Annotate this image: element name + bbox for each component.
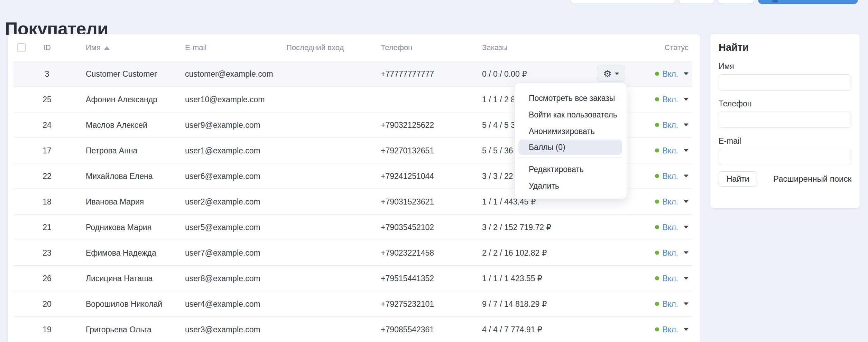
row-id: 25: [37, 95, 57, 104]
row-id: 18: [37, 197, 57, 206]
row-name: Родникова Мария: [86, 222, 151, 232]
status-toggle[interactable]: Вкл.: [655, 95, 689, 104]
table-row[interactable]: 19Григорьева Ольгаuser3@example.com+7908…: [13, 317, 692, 342]
status-dot-icon: [655, 97, 659, 102]
row-email: user5@example.com: [185, 222, 260, 232]
menu-item[interactable]: Удалить: [515, 178, 627, 194]
row-name: Customer Customer: [86, 69, 157, 78]
row-actions-menu: Посмотреть все заказыВойти как пользоват…: [514, 83, 627, 199]
row-phone: +77777777777: [381, 69, 434, 78]
menu-item[interactable]: Анонимизировать: [515, 123, 627, 140]
sort-asc-icon: [104, 46, 110, 50]
row-name: Ворошилов Николай: [86, 299, 162, 308]
row-name: Лисицина Наташа: [86, 274, 153, 283]
search-phone-label: Телефон: [719, 99, 851, 108]
status-label: Вкл.: [663, 299, 678, 308]
row-actions-button[interactable]: ⚙: [597, 66, 625, 82]
row-email: customer@example.com: [185, 69, 273, 78]
search-phone-input[interactable]: [719, 112, 851, 128]
status-label: Вкл.: [663, 325, 678, 334]
table-row[interactable]: 26Лисицина Наташаuser8@example.com+79515…: [13, 266, 692, 291]
row-email: user10@example.com: [185, 95, 265, 104]
chevron-down-icon: [684, 328, 689, 331]
status-label: Вкл.: [663, 95, 678, 104]
column-header-name[interactable]: Имя: [86, 43, 110, 52]
status-toggle[interactable]: Вкл.: [655, 171, 689, 181]
row-id: 21: [37, 222, 57, 232]
menu-item[interactable]: Редактировать: [515, 161, 627, 178]
row-phone: +79023221458: [381, 248, 434, 257]
status-label: Вкл.: [663, 171, 678, 181]
row-orders: 2 / 2 / 16 102.82 ₽: [482, 248, 547, 257]
row-phone: +79035452102: [381, 222, 434, 232]
column-header-status[interactable]: Статус: [664, 43, 689, 52]
status-dot-icon: [655, 276, 659, 281]
column-header-phone[interactable]: Телефон: [381, 43, 412, 52]
chevron-down-icon: [684, 277, 689, 280]
chevron-down-icon: [684, 200, 689, 203]
toolbar-search-input[interactable]: [571, 0, 675, 4]
select-all-checkbox[interactable]: [17, 43, 26, 52]
column-header-id[interactable]: ID: [37, 43, 57, 52]
toolbar-button-2[interactable]: [718, 0, 754, 4]
row-name: Афонин Александр: [86, 95, 157, 104]
table-header-row: ID Имя E-mail Последний вход Телефон Зак…: [13, 34, 692, 61]
table-row[interactable]: 23Ефимова Надеждаuser7@example.com+79023…: [13, 240, 692, 266]
toolbar-primary-button[interactable]: [758, 0, 858, 4]
status-dot-icon: [655, 123, 659, 127]
chevron-down-icon: [684, 175, 689, 178]
row-id: 23: [37, 248, 57, 257]
search-panel-title: Найти: [719, 41, 851, 53]
chevron-down-icon: [684, 149, 689, 152]
status-toggle[interactable]: Вкл.: [655, 120, 689, 130]
status-toggle[interactable]: Вкл.: [655, 248, 689, 257]
status-toggle[interactable]: Вкл.: [655, 299, 689, 308]
row-orders: 4 / 4 / 7 774.91 ₽: [482, 325, 542, 334]
chevron-down-icon: [684, 303, 689, 305]
status-label: Вкл.: [663, 146, 678, 155]
menu-item[interactable]: Войти как пользователь: [515, 106, 627, 123]
search-submit-button[interactable]: Найти: [719, 171, 757, 187]
search-name-input[interactable]: [719, 74, 851, 91]
chevron-down-icon: [684, 251, 689, 254]
row-name: Маслов Алексей: [86, 120, 147, 130]
table-row[interactable]: 21Родникова Марияuser5@example.com+79035…: [13, 215, 692, 240]
row-email: user7@example.com: [185, 248, 260, 257]
status-toggle[interactable]: Вкл.: [655, 69, 689, 78]
menu-item[interactable]: Посмотреть все заказы: [515, 90, 627, 106]
row-email: user6@example.com: [185, 171, 260, 181]
row-email: user9@example.com: [185, 120, 260, 130]
chevron-down-icon: [684, 124, 689, 126]
row-phone: +79515441352: [381, 274, 434, 283]
status-dot-icon: [655, 149, 659, 153]
row-orders: 5 / 4 / 5 3: [482, 120, 515, 130]
status-toggle[interactable]: Вкл.: [655, 197, 689, 206]
row-orders: 9 / 7 / 14 818.29 ₽: [482, 299, 547, 308]
column-header-email[interactable]: E-mail: [185, 43, 206, 52]
search-email-input[interactable]: [719, 149, 851, 165]
status-toggle[interactable]: Вкл.: [655, 274, 689, 283]
advanced-search-link[interactable]: Расширенный поиск: [773, 174, 851, 184]
gear-icon: ⚙: [603, 69, 611, 78]
menu-item[interactable]: Баллы (0): [518, 140, 622, 155]
status-toggle[interactable]: Вкл.: [655, 325, 689, 334]
chevron-down-icon: [615, 73, 619, 75]
table-row[interactable]: 20Ворошилов Николайuser4@example.com+792…: [13, 291, 692, 317]
row-name: Михайлова Елена: [86, 171, 153, 181]
column-header-orders[interactable]: Заказы: [482, 43, 508, 52]
row-phone: +79241251044: [381, 171, 434, 181]
row-phone: +79085542361: [381, 325, 434, 334]
row-id: 20: [37, 299, 57, 308]
row-orders: 3 / 3 / 22: [482, 171, 513, 181]
status-toggle[interactable]: Вкл.: [655, 146, 689, 155]
row-id: 19: [37, 325, 57, 334]
column-header-last-login[interactable]: Последний вход: [286, 43, 344, 52]
row-name: Петрова Анна: [86, 146, 137, 155]
toolbar-button-1[interactable]: [679, 0, 714, 4]
status-toggle[interactable]: Вкл.: [655, 222, 689, 232]
row-phone: +79031523621: [381, 197, 434, 206]
row-name: Ефимова Надежда: [86, 248, 156, 257]
column-header-name-label: Имя: [86, 43, 101, 52]
row-email: user3@example.com: [185, 325, 260, 334]
row-phone: +79032125622: [381, 120, 434, 130]
